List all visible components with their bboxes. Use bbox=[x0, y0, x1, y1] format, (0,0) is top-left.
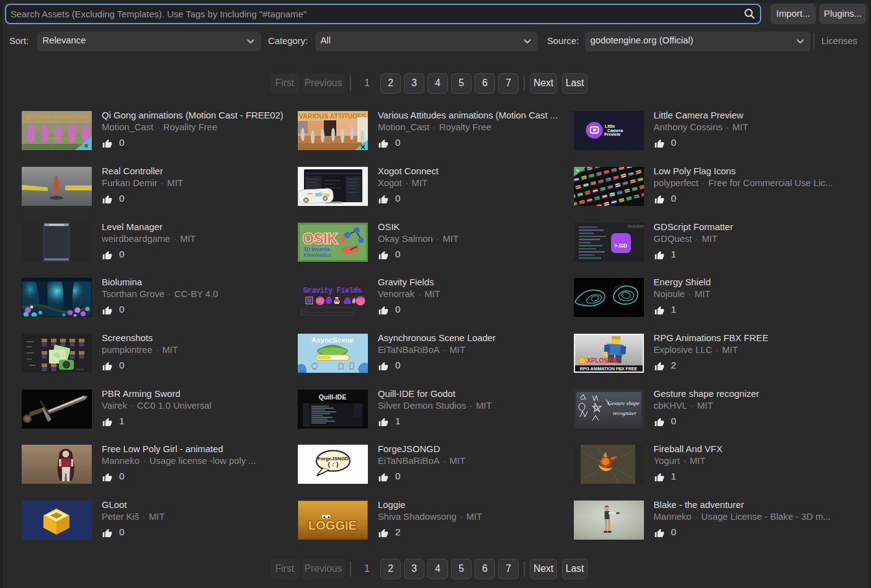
svg-text:free animation pack: free animation pack bbox=[44, 136, 77, 140]
svg-text:VARIOUS ATTITUDES: VARIOUS ATTITUDES bbox=[299, 113, 366, 120]
svg-text:Gesture shape: Gesture shape bbox=[607, 400, 639, 406]
svg-text:➤: ➤ bbox=[576, 168, 579, 172]
svg-text:recognizer: recognizer bbox=[612, 410, 636, 416]
svg-text:OSIK: OSIK bbox=[303, 231, 338, 247]
svg-text:LOGGIE: LOGGIE bbox=[308, 519, 357, 532]
svg-text:>.GD: >.GD bbox=[614, 243, 628, 249]
svg-text:Preview: Preview bbox=[604, 132, 620, 136]
svg-text:Kinematics: Kinematics bbox=[303, 252, 332, 258]
svg-text:RPG ANIMATION FBX FREE: RPG ANIMATION FBX FREE bbox=[579, 367, 637, 371]
svg-text:QI GONG ANIMATIONS: QI GONG ANIMATIONS bbox=[25, 114, 88, 120]
svg-text:Gravity Fields: Gravity Fields bbox=[303, 286, 362, 295]
svg-text:Quill-IDE: Quill-IDE bbox=[319, 393, 346, 401]
svg-text:XPLOSIVE: XPLOSIVE bbox=[587, 357, 618, 364]
svg-text:{ ↓ }: { ↓ } bbox=[328, 461, 339, 468]
svg-text:GDQUEST: GDQUEST bbox=[627, 225, 644, 228]
svg-text:AsyncScene: AsyncScene bbox=[311, 336, 354, 344]
